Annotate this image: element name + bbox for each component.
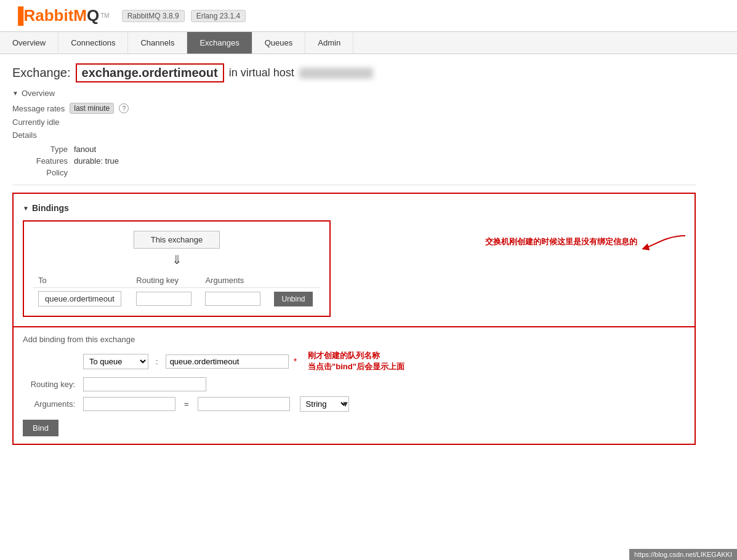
binding-queue-name: queue.ordertimeout	[38, 291, 121, 306]
to-queue-select[interactable]: To queue To exchange	[83, 354, 148, 369]
annotation-arrow-icon	[642, 230, 691, 254]
main-nav: Overview Connections Channels Exchanges …	[0, 32, 737, 54]
last-minute-badge[interactable]: last minute	[70, 103, 114, 114]
col-arguments: Arguments	[200, 273, 269, 288]
section-divider	[12, 185, 696, 185]
arguments-key-input[interactable]	[83, 397, 175, 411]
features-val: durable: true	[74, 156, 119, 166]
rabbitmq-version: RabbitMQ 3.8.9	[122, 10, 185, 22]
routing-key-input[interactable]	[83, 377, 206, 391]
logo-rabbit: ▐RabbitM	[12, 6, 87, 25]
logo-mq: Q	[87, 6, 99, 25]
table-row: queue.ordertimeout Unbind	[33, 288, 320, 310]
bindings-section-header[interactable]: ▼ Bindings	[23, 203, 685, 213]
overview-section-title: Overview	[22, 89, 55, 98]
binding-routing-key-cell	[131, 288, 200, 310]
annotation-line1: 刚才创建的队列名称	[308, 350, 405, 361]
queue-name-input[interactable]	[166, 354, 289, 369]
arguments-value-input[interactable]	[198, 397, 290, 411]
page-content: Exchange: exchange.ordertimeout in virtu…	[0, 54, 708, 454]
binding-arguments-input[interactable]	[205, 292, 260, 306]
col-to: To	[33, 273, 131, 288]
version-info: RabbitMQ 3.8.9 Erlang 23.1.4	[122, 10, 246, 22]
type-val: fanout	[74, 145, 96, 154]
bindings-collapse-icon: ▼	[23, 205, 29, 212]
colon: :	[156, 357, 158, 366]
details-label: Details	[12, 130, 696, 140]
help-icon[interactable]: ?	[119, 103, 129, 113]
routing-key-label: Routing key:	[23, 380, 78, 389]
message-rates-label: Message rates	[12, 104, 65, 113]
add-binding-box: Add binding from this exchange To queue …	[12, 327, 696, 445]
collapse-triangle-icon: ▼	[12, 90, 18, 97]
exchange-title-middle: in virtual host	[229, 66, 294, 79]
arguments-row: Arguments: = String Number Boolean ▼	[23, 396, 685, 412]
binding-diagram-wrapper: This exchange ⇓ To Routing key Arguments	[23, 220, 685, 317]
details-table: Type fanout Features durable: true Polic…	[25, 145, 696, 177]
exchange-title: Exchange: exchange.ordertimeout in virtu…	[12, 63, 696, 82]
bindings-box: ▼ Bindings This exchange ⇓ To Routing ke…	[12, 193, 696, 327]
features-key: Features	[25, 156, 74, 166]
bindings-outer: ▼ Bindings This exchange ⇓ To Routing ke…	[12, 193, 696, 445]
binding-inner-box: This exchange ⇓ To Routing key Arguments	[23, 220, 331, 317]
overview-section-header[interactable]: ▼ Overview	[12, 89, 696, 98]
exchange-title-prefix: Exchange:	[12, 66, 71, 80]
exchange-name: exchange.ordertimeout	[76, 63, 224, 82]
col-routing-key: Routing key	[131, 273, 200, 288]
binding-actions-cell: Unbind	[269, 288, 320, 310]
this-exchange-button[interactable]: This exchange	[134, 231, 220, 249]
type-row: Type fanout	[25, 145, 696, 154]
policy-key: Policy	[25, 168, 74, 177]
nav-queues[interactable]: Queues	[252, 32, 306, 54]
bind-btn-row: Bind	[23, 417, 685, 436]
nav-connections[interactable]: Connections	[58, 32, 128, 54]
routing-key-row: Routing key:	[23, 377, 685, 391]
form-annotation: 刚才创建的队列名称 当点击"bind"后会显示上面	[308, 350, 405, 372]
binding-arrow-down: ⇓	[33, 252, 320, 267]
annotation-line2: 当点击"bind"后会显示上面	[308, 361, 405, 372]
bind-button[interactable]: Bind	[23, 420, 58, 436]
annotation-text: 交换机刚创建的时候这里是没有绑定信息的	[485, 236, 637, 248]
equals-sign: =	[184, 399, 189, 409]
binding-routing-key-input[interactable]	[136, 292, 191, 306]
logo: ▐RabbitMQTM	[12, 6, 110, 25]
header: ▐RabbitMQTM RabbitMQ 3.8.9 Erlang 23.1.4	[0, 0, 737, 32]
nav-admin[interactable]: Admin	[305, 32, 353, 54]
required-star-icon: *	[294, 356, 297, 366]
features-row: Features durable: true	[25, 156, 696, 166]
arguments-label: Arguments:	[23, 399, 78, 409]
unbind-button[interactable]: Unbind	[274, 292, 312, 306]
nav-exchanges[interactable]: Exchanges	[187, 32, 252, 54]
binding-annotation: 交换机刚创建的时候这里是没有绑定信息的	[485, 230, 691, 254]
idle-text: Currently idle	[12, 118, 696, 127]
binding-table: To Routing key Arguments queue.ordertime…	[33, 273, 320, 310]
exchange-virtual-host-blurred	[299, 68, 373, 79]
nav-channels[interactable]: Channels	[128, 32, 187, 54]
to-queue-row: To queue To exchange : * 刚才创建的队列名称 当点击"b…	[23, 350, 685, 372]
add-binding-title: Add binding from this exchange	[23, 335, 685, 344]
policy-row: Policy	[25, 168, 696, 177]
message-rates-row: Message rates last minute ?	[12, 103, 696, 114]
erlang-version: Erlang 23.1.4	[191, 10, 246, 22]
arguments-type-select[interactable]: String Number Boolean	[300, 396, 349, 412]
binding-to-cell: queue.ordertimeout	[33, 288, 131, 310]
col-actions	[269, 273, 320, 288]
logo-tm: TM	[100, 12, 109, 19]
overview-section-body: Message rates last minute ? Currently id…	[12, 103, 696, 177]
binding-arguments-cell	[200, 288, 269, 310]
bindings-title: Bindings	[32, 203, 69, 213]
type-key: Type	[25, 145, 74, 154]
nav-overview[interactable]: Overview	[0, 32, 58, 54]
